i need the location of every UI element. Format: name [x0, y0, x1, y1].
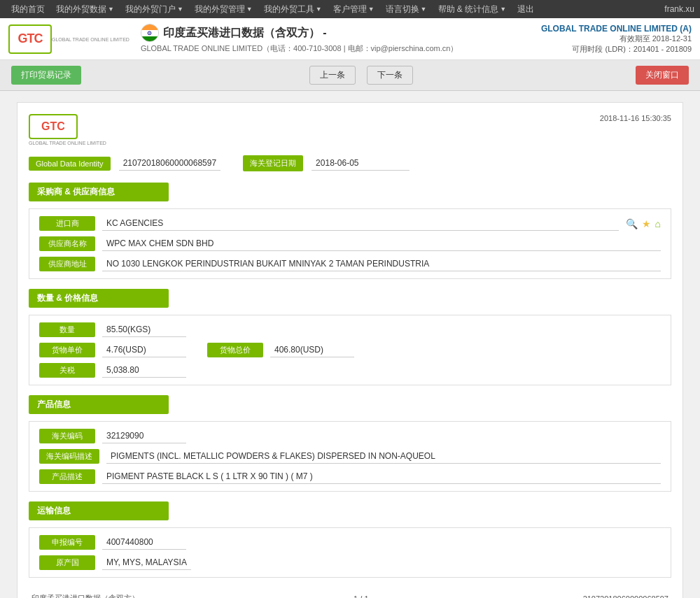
- tax-row: 关税 5,038.80: [39, 363, 661, 378]
- nav-logout[interactable]: 退出: [512, 3, 540, 15]
- page-header: GTC GLOBAL TRADE ONLINE LIMITED ⊙ 印度孟买港进…: [0, 18, 700, 60]
- importer-value: KC AGENCIES: [102, 216, 619, 231]
- product-desc-label: 产品描述: [39, 469, 95, 484]
- company-name: GLOBAL TRADE ONLINE LIMITED (A): [541, 24, 692, 34]
- section-buyer-supplier-title: 采购商 & 供应商信息: [29, 183, 169, 201]
- tax-value: 5,038.80: [102, 363, 186, 378]
- hs-desc-value: PIGMENTS (INCL. METALLIC POWDERS & FLAKE…: [106, 449, 661, 464]
- product-desc-row: 产品描述 PIGMENT PASTE BLACK L S ( 1 LTR X 9…: [39, 469, 661, 484]
- record-timestamp: 2018-11-16 15:30:35: [600, 114, 671, 122]
- nav-foreign-data[interactable]: 我的外贸数据 ▼: [50, 3, 120, 15]
- hs-desc-row: 海关编码描述 PIGMENTS (INCL. METALLIC POWDERS …: [39, 449, 661, 464]
- product-content: 海关编码 32129090 海关编码描述 PIGMENTS (INCL. MET…: [29, 421, 671, 492]
- data-price-content: 数量 85.50(KGS) 货物单价 4.76(USD) 货物总价 406.80…: [29, 315, 671, 385]
- declare-no-label: 申报编号: [39, 535, 95, 550]
- importer-row: 进口商 KC AGENCIES 🔍 ★ ⌂: [39, 216, 661, 231]
- nav-language[interactable]: 语言切换 ▼: [380, 3, 433, 15]
- valid-until: 有效期至 2018-12-31: [541, 34, 692, 44]
- total-price-label: 货物总价: [207, 343, 263, 357]
- nav-tools[interactable]: 我的外贸工具 ▼: [258, 3, 328, 15]
- nav-user: frank.xu: [664, 4, 694, 14]
- main-content: GTC GLOBAL TRADE ONLINE LIMITED 2018-11-…: [0, 91, 700, 598]
- transport-content: 申报编号 4007440800 原产国 MY, MYS, MALAYSIA: [29, 527, 671, 578]
- customs-date-value: 2018-06-05: [312, 156, 410, 171]
- hs-code-row: 海关编码 32129090: [39, 429, 661, 443]
- logo-subtitle: GLOBAL TRADE ONLINE LIMITED: [52, 37, 130, 42]
- supplier-row: 供应商名称 WPC MAX CHEM SDN BHD: [39, 236, 661, 251]
- unit-price-label: 货物单价: [39, 343, 95, 357]
- nav-portal[interactable]: 我的外贸门户 ▼: [120, 3, 189, 15]
- pagination-right: 21072018060000068597: [583, 595, 668, 599]
- section-data-price-title: 数量 & 价格信息: [29, 289, 169, 308]
- home-icon[interactable]: ⌂: [655, 218, 661, 229]
- record-logo: GTC GLOBAL TRADE ONLINE LIMITED: [29, 114, 106, 145]
- origin-country-row: 原产国 MY, MYS, MALAYSIA: [39, 555, 661, 570]
- supplier-label: 供应商名称: [39, 236, 95, 251]
- gtc-logo: GTC: [8, 24, 52, 54]
- supplier-value: WPC MAX CHEM SDN BHD: [102, 236, 661, 251]
- page-title: ⊙ 印度孟买港进口数据（含双方） -: [141, 24, 530, 42]
- title-text: 印度孟买港进口数据（含双方） -: [163, 26, 327, 41]
- section-data-price: 数量 & 价格信息 数量 85.50(KGS) 货物单价 4.76(USD) 货…: [29, 289, 671, 385]
- total-price-value: 406.80(USD): [270, 343, 354, 357]
- search-icon[interactable]: 🔍: [626, 218, 638, 229]
- pagination-left: 印度孟买港进口数据（含双方）: [31, 593, 139, 598]
- supplier-addr-label: 供应商地址: [39, 257, 95, 271]
- hs-desc-label: 海关编码描述: [39, 449, 99, 464]
- unit-price-value: 4.76(USD): [102, 343, 186, 357]
- dropdown-arrow: ▼: [177, 6, 183, 13]
- nav-home[interactable]: 我的首页: [6, 3, 50, 15]
- origin-country-value: MY, MYS, MALAYSIA: [102, 555, 191, 570]
- pagination-mid: 1 / 1: [354, 595, 368, 599]
- india-flag: ⊙: [141, 24, 159, 42]
- qty-row: 数量 85.50(KGS): [39, 322, 661, 337]
- identity-row: Global Data Identity 2107201806000006859…: [29, 155, 671, 171]
- dropdown-arrow: ▼: [368, 6, 374, 13]
- section-transport-title: 运输信息: [29, 501, 169, 520]
- hs-code-value: 32129090: [102, 429, 186, 443]
- supplier-addr-value: NO 1030 LENGKOK PERINDUSTRIAN BUKAIT MNI…: [102, 257, 661, 271]
- global-data-identity-label: Global Data Identity: [29, 157, 111, 171]
- action-icons: 🔍 ★ ⌂: [626, 218, 661, 229]
- top-toolbar: 打印贸易记录 上一条 下一条 关闭窗口: [0, 60, 700, 91]
- declare-no-value: 4007440800: [102, 535, 186, 550]
- dropdown-arrow: ▼: [316, 6, 322, 13]
- section-product: 产品信息 海关编码 32129090 海关编码描述 PIGMENTS (INCL…: [29, 395, 671, 492]
- record-card: GTC GLOBAL TRADE ONLINE LIMITED 2018-11-…: [17, 102, 683, 598]
- section-buyer-supplier: 采购商 & 供应商信息 进口商 KC AGENCIES 🔍 ★ ⌂ 供应商名称 …: [29, 183, 671, 279]
- pagination-row: 印度孟买港进口数据（含双方） 1 / 1 2107201806000006859…: [29, 588, 671, 598]
- dropdown-arrow: ▼: [421, 6, 427, 13]
- print-button[interactable]: 打印贸易记录: [11, 66, 81, 85]
- declare-no-row: 申报编号 4007440800: [39, 535, 661, 550]
- header-subtitle: GLOBAL TRADE ONLINE LIMITED（电话：400-710-3…: [141, 43, 530, 54]
- buyer-supplier-content: 进口商 KC AGENCIES 🔍 ★ ⌂ 供应商名称 WPC MAX CHEM…: [29, 208, 671, 279]
- prev-button[interactable]: 上一条: [309, 66, 356, 85]
- dropdown-arrow: ▼: [108, 6, 114, 13]
- qty-value: 85.50(KGS): [102, 322, 186, 337]
- section-product-title: 产品信息: [29, 395, 169, 414]
- customs-date-label: 海关登记日期: [243, 155, 303, 171]
- dropdown-arrow: ▼: [246, 6, 253, 13]
- nav-manage[interactable]: 我的外贸管理 ▼: [189, 3, 258, 15]
- supplier-addr-row: 供应商地址 NO 1030 LENGKOK PERINDUSTRIAN BUKA…: [39, 257, 661, 271]
- close-button[interactable]: 关闭窗口: [636, 66, 689, 85]
- product-desc-value: PIGMENT PASTE BLACK L S ( 1 LTR X 90 TIN…: [102, 469, 661, 484]
- global-data-identity-value: 21072018060000068597: [119, 156, 220, 171]
- origin-country-label: 原产国: [39, 555, 95, 570]
- price-row: 货物单价 4.76(USD) 货物总价 406.80(USD): [39, 343, 661, 357]
- ldr-info: 可用时段 (LDR)：201401 - 201809: [541, 44, 692, 55]
- record-header: GTC GLOBAL TRADE ONLINE LIMITED 2018-11-…: [29, 114, 671, 145]
- top-nav: 我的首页 我的外贸数据 ▼ 我的外贸门户 ▼ 我的外贸管理 ▼ 我的外贸工具 ▼…: [0, 0, 700, 18]
- importer-label: 进口商: [39, 216, 95, 231]
- section-transport: 运输信息 申报编号 4007440800 原产国 MY, MYS, MALAYS…: [29, 501, 671, 578]
- nav-customers[interactable]: 客户管理 ▼: [328, 3, 380, 15]
- header-right: GLOBAL TRADE ONLINE LIMITED (A) 有效期至 201…: [541, 24, 692, 55]
- nav-help[interactable]: 帮助 & 统计信息 ▼: [433, 3, 512, 15]
- next-button[interactable]: 下一条: [367, 66, 413, 85]
- tax-label: 关税: [39, 363, 95, 378]
- header-middle: ⊙ 印度孟买港进口数据（含双方） - GLOBAL TRADE ONLINE L…: [130, 24, 541, 54]
- qty-label: 数量: [39, 322, 95, 337]
- dropdown-arrow: ▼: [500, 6, 506, 13]
- hs-code-label: 海关编码: [39, 429, 95, 443]
- star-icon[interactable]: ★: [642, 218, 651, 229]
